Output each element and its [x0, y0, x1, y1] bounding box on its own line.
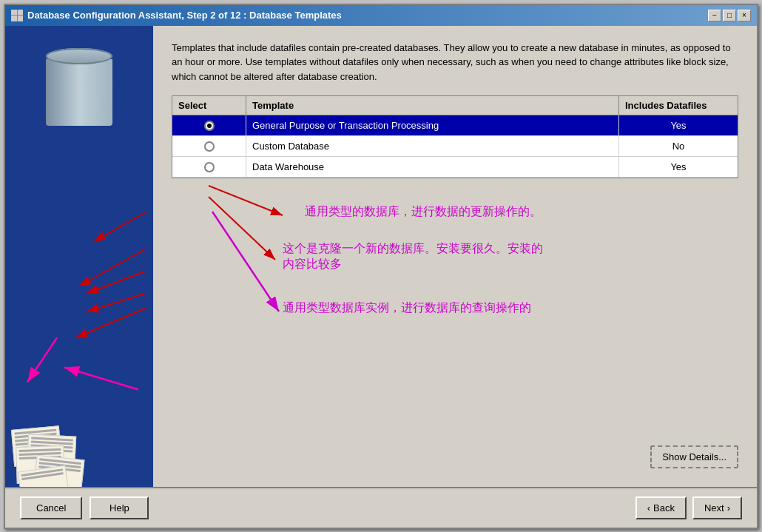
table-row[interactable]: General Purpose or Transaction Processin…: [172, 115, 738, 136]
title-bar-left: Database Configuration Assistant, Step 2…: [11, 10, 342, 21]
window-title: Database Configuration Assistant, Step 2…: [27, 10, 342, 21]
left-panel: [5, 26, 153, 487]
table-row[interactable]: Data Warehouse Yes: [172, 157, 738, 178]
datafiles-value-3: Yes: [619, 157, 738, 177]
svg-line-8: [87, 293, 146, 312]
templates-table: Select Template Includes Datafiles Gener…: [172, 95, 738, 178]
cylinder-body: [46, 59, 112, 126]
right-panel: Templates that include datafiles contain…: [153, 26, 757, 487]
back-label: Back: [653, 502, 675, 514]
back-button[interactable]: ‹ Back: [635, 496, 687, 519]
svg-line-13: [212, 212, 279, 312]
next-label: Next: [704, 502, 724, 514]
annotation-1: 通用类型的数据库，进行数据的更新操作的。: [305, 204, 542, 220]
left-graphic: [5, 26, 153, 487]
annotation-2: 这个是克隆一个新的数据库。安装要很久。安装的 内容比较多: [283, 241, 543, 272]
close-button[interactable]: ×: [738, 10, 751, 21]
radio-button-1[interactable]: [204, 121, 215, 131]
template-name-3: Data Warehouse: [246, 157, 619, 177]
back-chevron-icon: ‹: [647, 502, 650, 514]
show-details-button[interactable]: Show Details...: [650, 445, 738, 468]
annotation-arrows: [172, 182, 738, 479]
bottom-bar: Cancel Help ‹ Back Next ›: [5, 487, 757, 528]
col-header-datafiles: Includes Datafiles: [619, 96, 738, 115]
next-chevron-icon: ›: [727, 502, 730, 514]
title-bar-buttons: − □ ×: [708, 10, 751, 21]
template-name-2: Custom Database: [246, 136, 619, 156]
description-text: Templates that include datafiles contain…: [172, 41, 738, 84]
svg-line-12: [209, 197, 275, 260]
col-header-template: Template: [246, 96, 619, 115]
annotation-3: 通用类型数据库实例，进行数据库的查询操作的: [283, 300, 531, 316]
main-window: Database Configuration Assistant, Step 2…: [4, 4, 758, 529]
svg-line-5: [27, 337, 57, 382]
svg-line-7: [87, 271, 146, 293]
show-details-area: Show Details...: [650, 442, 738, 472]
app-icon: [11, 10, 23, 21]
cylinder-top-inner: [46, 48, 112, 64]
next-button[interactable]: Next ›: [692, 496, 742, 519]
radio-cell-3[interactable]: [172, 157, 246, 177]
database-icon: [46, 48, 112, 129]
datafiles-value-1: Yes: [619, 115, 738, 135]
svg-line-3: [75, 308, 146, 337]
bottom-left-buttons: Cancel Help: [20, 496, 149, 519]
svg-line-6: [94, 212, 146, 241]
table-header: Select Template Includes Datafiles: [172, 96, 738, 115]
radio-cell-2[interactable]: [172, 136, 246, 156]
minimize-button[interactable]: −: [708, 10, 721, 21]
datafiles-value-2: No: [619, 136, 738, 156]
content-area: Templates that include datafiles contain…: [5, 26, 757, 487]
svg-line-11: [209, 186, 283, 215]
maximize-button[interactable]: □: [723, 10, 736, 21]
radio-button-3[interactable]: [204, 162, 215, 172]
title-bar: Database Configuration Assistant, Step 2…: [5, 5, 757, 26]
help-button[interactable]: Help: [90, 496, 149, 519]
cancel-button[interactable]: Cancel: [20, 496, 82, 519]
table-row[interactable]: Custom Database No: [172, 136, 738, 157]
radio-cell-1[interactable]: [172, 115, 246, 135]
bottom-right-buttons: ‹ Back Next ›: [635, 496, 742, 519]
template-name-1: General Purpose or Transaction Processin…: [246, 115, 619, 135]
svg-line-2: [79, 249, 146, 286]
svg-line-4: [64, 367, 138, 389]
annotations-area: 通用类型的数据库，进行数据的更新操作的。 这个是克隆一个新的数据库。安装要很久。…: [172, 182, 738, 479]
col-header-select: Select: [172, 96, 246, 115]
radio-button-2[interactable]: [204, 141, 215, 152]
